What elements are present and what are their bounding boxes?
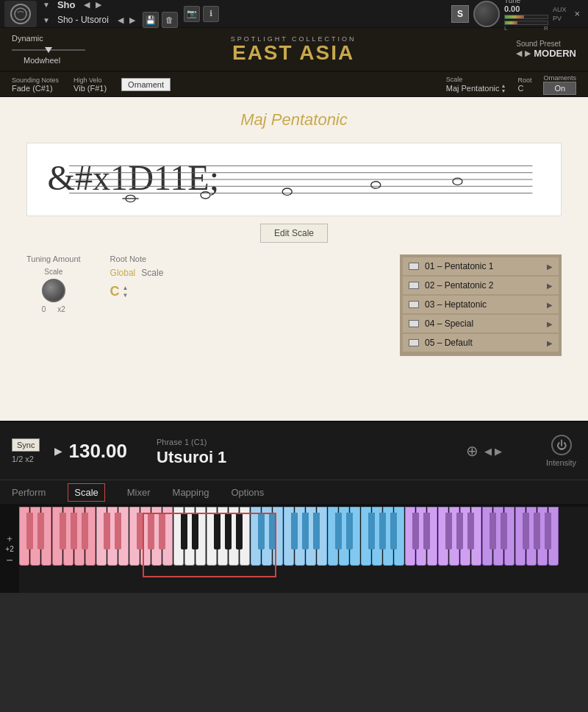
piano-key-B6[interactable]	[548, 507, 559, 566]
scale-item-01[interactable]: 01 – Pentatonic 1 ▶	[403, 257, 559, 275]
close-button[interactable]: ×	[570, 7, 584, 21]
piano-key-G5[interactable]	[449, 507, 459, 566]
camera-icon[interactable]: 📷	[184, 6, 200, 22]
piano-key-C1[interactable]	[96, 507, 107, 566]
piano-key-F1[interactable]	[129, 507, 140, 566]
sounding-notes-label: Sounding Notes	[12, 76, 59, 84]
octave-up-button[interactable]: +	[7, 534, 12, 544]
root-up-btn[interactable]: ▲	[123, 285, 129, 292]
next-sound-preset-btn[interactable]: ▶	[525, 49, 531, 58]
scale-knob[interactable]	[42, 279, 65, 302]
piano-key-G6[interactable]	[526, 507, 537, 566]
piano-key-A6[interactable]	[537, 507, 548, 566]
piano-key-F6[interactable]	[515, 507, 526, 566]
scale-item-02[interactable]: 02 – Pentatonic 2 ▶	[403, 277, 559, 294]
piano-key-E1[interactable]	[118, 507, 129, 566]
piano-key-D6[interactable]	[493, 507, 503, 566]
play-button[interactable]: ▶	[54, 445, 62, 457]
dynamic-slider[interactable]	[12, 44, 85, 56]
next-instrument-btn[interactable]: ▶	[94, 0, 103, 10]
piano-key-G4[interactable]	[372, 507, 382, 566]
scale-label: Scale	[446, 76, 506, 83]
tab-scale[interactable]: Scale	[68, 483, 105, 502]
piano-key-F3[interactable]	[284, 507, 294, 566]
phrase-prev-btn[interactable]: ◀	[484, 446, 492, 457]
brand-name: EAST ASIA	[232, 43, 354, 63]
piano-key-B2[interactable]	[240, 507, 250, 566]
edit-scale-button[interactable]: Edit Scale	[260, 224, 328, 243]
save-icon[interactable]: 💾	[143, 12, 159, 28]
tab-mapping[interactable]: Mapping	[173, 483, 209, 502]
tune-knob[interactable]	[473, 1, 500, 27]
scale-item-04[interactable]: 04 – Special ▶	[403, 315, 559, 332]
piano-key-C5[interactable]	[405, 507, 415, 566]
s-button[interactable]: S	[451, 5, 469, 23]
root-note-value: C	[110, 284, 120, 299]
piano-key-A1[interactable]	[151, 507, 162, 566]
piano-key-B3[interactable]	[317, 507, 327, 566]
prev-sound-preset-btn[interactable]: ◀	[516, 49, 522, 58]
tab-mixer[interactable]: Mixer	[127, 483, 151, 502]
sync-button[interactable]: Sync	[12, 438, 40, 452]
piano-key-D0[interactable]	[30, 507, 40, 566]
piano-key-B5[interactable]	[471, 507, 481, 566]
piano-key-C0[interactable]	[19, 507, 29, 566]
phrase-label: Phrase 1 (C1)	[157, 438, 207, 446]
piano-key-F0[interactable]	[52, 507, 62, 566]
tab-options[interactable]: Options	[231, 483, 264, 502]
intensity-icon[interactable]: ⏻	[551, 435, 572, 455]
piano-key-A4[interactable]	[383, 507, 393, 566]
piano-key-E3[interactable]	[273, 507, 283, 566]
piano-key-A0[interactable]	[74, 507, 85, 566]
piano-key-G1[interactable]	[140, 507, 151, 566]
scale-select[interactable]: Maj Pentatonic ▲ ▼	[446, 83, 506, 93]
phrase-section: Phrase 1 (C1) Utsuroi 1	[157, 435, 226, 467]
piano-key-F2[interactable]	[207, 507, 217, 566]
tab-perform[interactable]: Perform	[12, 483, 46, 502]
delete-icon[interactable]: 🗑	[162, 12, 178, 28]
scale-item-05[interactable]: 05 – Default ▶	[403, 334, 559, 352]
octave-down-button[interactable]: −	[6, 555, 12, 566]
phrase-next-btn[interactable]: ▶	[495, 446, 502, 457]
prev-instrument-btn[interactable]: ◀	[82, 0, 91, 10]
piano-key-D3[interactable]	[262, 507, 272, 566]
piano-key-F4[interactable]	[361, 507, 371, 566]
piano-key-D5[interactable]	[416, 507, 426, 566]
scale-up-btn[interactable]: ▲	[501, 83, 506, 88]
piano-key-B4[interactable]	[394, 507, 404, 566]
piano-key-E0[interactable]	[41, 507, 51, 566]
piano-key-D4[interactable]	[339, 507, 349, 566]
scale-down-btn[interactable]: ▼	[501, 88, 506, 93]
next-preset-btn[interactable]: ▶	[128, 15, 137, 25]
piano-key-B0[interactable]	[85, 507, 96, 566]
scale-item-name-05: 05 – Default	[425, 338, 473, 348]
piano-key-E2[interactable]	[196, 507, 206, 566]
piano-key-C3[interactable]	[251, 507, 261, 566]
prev-preset-btn[interactable]: ◀	[116, 15, 125, 25]
piano-key-F5[interactable]	[438, 507, 448, 566]
piano-key-G2[interactable]	[218, 507, 228, 566]
piano-key-C2[interactable]	[173, 507, 184, 566]
root-down-btn[interactable]: ▼	[123, 292, 129, 299]
info-icon[interactable]: ℹ	[203, 6, 219, 22]
piano-key-D1[interactable]	[107, 507, 118, 566]
piano-key-G3[interactable]	[295, 507, 305, 566]
piano-key-E6[interactable]	[504, 507, 514, 566]
bottom-controls: Tuning Amount Scale 0 x2 Root Note Globa…	[12, 249, 576, 362]
piano-key-A5[interactable]	[460, 507, 470, 566]
piano-key-A2[interactable]	[229, 507, 239, 566]
ornament-button[interactable]: Ornament	[121, 78, 171, 91]
ornaments-on-button[interactable]: On	[543, 82, 576, 95]
svg-point-12	[453, 178, 462, 185]
piano-key-E5[interactable]	[427, 507, 437, 566]
piano-key-C4[interactable]	[328, 507, 338, 566]
piano-key-G0[interactable]	[63, 507, 74, 566]
scale-item-03[interactable]: 03 – Heptatonic ▶	[403, 296, 559, 313]
piano-key-E4[interactable]	[350, 507, 360, 566]
phrase-move-icon[interactable]: ⊕	[466, 442, 478, 460]
piano-key-B1[interactable]	[162, 507, 173, 566]
piano-key-C6[interactable]	[482, 507, 492, 566]
piano-key-D2[interactable]	[184, 507, 195, 566]
piano-key-A3[interactable]	[306, 507, 316, 566]
tuning-section: Tuning Amount Scale 0 x2	[26, 254, 81, 356]
